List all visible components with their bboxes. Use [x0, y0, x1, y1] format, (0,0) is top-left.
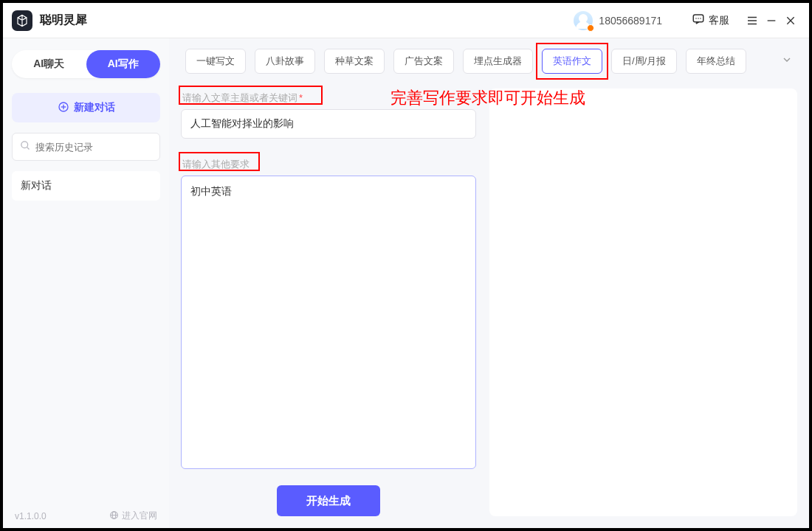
tab-item[interactable]: 种草文案 [324, 49, 385, 74]
close-button[interactable] [781, 11, 800, 30]
titlebar: 聪明灵犀 18056689171 客服 [3, 3, 809, 38]
topic-input[interactable] [181, 109, 476, 139]
svg-point-13 [21, 142, 28, 148]
tab-item[interactable]: 年终总结 [686, 49, 746, 74]
app-title: 聪明灵犀 [40, 13, 87, 28]
plus-circle-icon [58, 101, 69, 115]
tab-item-active[interactable]: 英语作文 [542, 49, 602, 74]
chat-icon [692, 13, 705, 28]
new-chat-button[interactable]: 新建对话 [12, 93, 160, 122]
support-button[interactable]: 客服 [692, 13, 729, 28]
tabs-collapse-button[interactable] [777, 54, 797, 69]
template-tabs: 一键写文 八卦故事 种草文案 广告文案 埋点生成器 英语作文 日/周/月报 年终… [181, 49, 797, 74]
tab-item[interactable]: 广告文案 [393, 49, 454, 74]
app-logo-icon [12, 10, 32, 31]
topic-label: 请输入文章主题或者关键词* [181, 88, 476, 109]
search-icon [20, 140, 31, 153]
minimize-button[interactable] [762, 11, 781, 30]
version-label: v1.1.0.0 [15, 511, 47, 521]
mode-chat-button[interactable]: AI聊天 [12, 50, 86, 78]
tab-item[interactable]: 日/周/月报 [611, 49, 677, 74]
mode-write-button[interactable]: AI写作 [86, 50, 161, 78]
sidebar: AI聊天 AI写作 新建对话 新对话 v1.1.0.0 进入官网 [3, 38, 169, 528]
tab-item[interactable]: 一键写文 [185, 49, 246, 74]
tab-item[interactable]: 八卦故事 [255, 49, 315, 74]
svg-point-3 [700, 18, 701, 19]
new-chat-label: 新建对话 [74, 101, 115, 114]
history-item[interactable]: 新对话 [12, 171, 160, 201]
user-phone: 18056689171 [599, 15, 662, 27]
main-panel: 一键写文 八卦故事 种草文案 广告文案 埋点生成器 英语作文 日/周/月报 年终… [169, 38, 809, 528]
svg-line-14 [27, 147, 29, 149]
generate-button[interactable]: 开始生成 [277, 485, 380, 516]
mode-toggle: AI聊天 AI写作 [12, 50, 160, 78]
other-label: 请输入其他要求 [181, 155, 476, 176]
support-label: 客服 [709, 14, 729, 27]
output-panel [489, 88, 797, 516]
enter-site-link[interactable]: 进入官网 [109, 510, 157, 522]
menu-button[interactable] [743, 11, 762, 30]
tab-item[interactable]: 埋点生成器 [463, 49, 533, 74]
svg-point-2 [698, 18, 699, 19]
avatar[interactable] [574, 11, 593, 30]
search-input-wrapper[interactable] [12, 133, 160, 161]
search-input[interactable] [35, 142, 159, 153]
form-column: 请输入文章主题或者关键词* 请输入其他要求 开始生成 [181, 88, 476, 516]
enter-site-label: 进入官网 [122, 510, 157, 522]
svg-point-1 [695, 18, 697, 19]
other-textarea[interactable] [181, 176, 476, 469]
globe-icon [109, 510, 119, 522]
